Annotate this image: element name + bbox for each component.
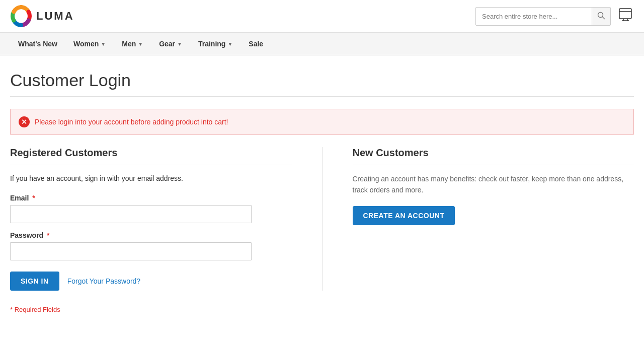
nav-item-women: Women ▼ <box>65 33 114 55</box>
registered-customers-section: Registered Customers If you have an acco… <box>10 147 323 291</box>
main-content: Customer Login ✕ Please login into your … <box>0 55 644 333</box>
email-label: Email * <box>10 194 292 202</box>
two-column-layout: Registered Customers If you have an acco… <box>10 147 634 291</box>
nav-item-sale: Sale <box>240 33 271 55</box>
search-button[interactable] <box>592 8 610 25</box>
chevron-down-icon: ▼ <box>177 41 182 47</box>
nav-item-training: Training ▼ <box>190 33 240 55</box>
main-nav: What's New Women ▼ Men ▼ Gear ▼ Training <box>0 33 644 55</box>
header-right <box>475 6 634 26</box>
page-title: Customer Login <box>10 71 634 97</box>
nav-list: What's New Women ▼ Men ▼ Gear ▼ Training <box>10 33 634 55</box>
search-input[interactable] <box>476 9 592 24</box>
email-field[interactable] <box>10 205 252 223</box>
new-customers-description: Creating an account has many benefits: c… <box>353 173 634 196</box>
nav-link-women[interactable]: Women ▼ <box>65 33 114 55</box>
chevron-down-icon: ▼ <box>101 41 106 47</box>
sign-in-actions: Sign In Forgot Your Password? <box>10 272 292 291</box>
nav-link-whats-new[interactable]: What's New <box>10 33 65 55</box>
luma-logo-icon <box>10 5 32 27</box>
nav-link-training[interactable]: Training ▼ <box>190 33 240 55</box>
sign-in-button[interactable]: Sign In <box>10 272 59 291</box>
chevron-down-icon: ▼ <box>138 41 143 47</box>
cart-button[interactable] <box>617 6 634 26</box>
chevron-down-icon: ▼ <box>227 41 232 47</box>
nav-item-gear: Gear ▼ <box>151 33 190 55</box>
forgot-password-link[interactable]: Forgot Your Password? <box>67 277 141 285</box>
error-icon: ✕ <box>19 116 30 127</box>
cart-icon <box>619 8 632 21</box>
nav-link-men[interactable]: Men ▼ <box>114 33 151 55</box>
create-account-button[interactable]: Create an Account <box>353 206 455 225</box>
logo-text: LUMA <box>36 10 74 23</box>
nav-item-whats-new: What's New <box>10 33 65 55</box>
required-fields-note: * Required Fields <box>10 306 634 313</box>
password-required-star: * <box>47 231 49 239</box>
registered-customers-title: Registered Customers <box>10 147 292 165</box>
error-message-banner: ✕ Please login into your account before … <box>10 109 634 135</box>
nav-link-sale[interactable]: Sale <box>240 33 271 55</box>
nav-link-gear[interactable]: Gear ▼ <box>151 33 190 55</box>
new-customers-section: New Customers Creating an account has ma… <box>323 147 634 291</box>
svg-rect-3 <box>619 9 631 19</box>
logo-area: LUMA <box>10 5 74 27</box>
svg-line-2 <box>603 17 605 19</box>
password-field[interactable] <box>10 242 252 260</box>
header: LUMA <box>0 0 644 33</box>
search-box <box>475 7 611 26</box>
email-required-star: * <box>32 194 35 202</box>
password-label: Password * <box>10 231 292 239</box>
nav-item-men: Men ▼ <box>114 33 151 55</box>
search-icon <box>597 12 605 20</box>
new-customers-title: New Customers <box>353 147 634 165</box>
error-text: Please login into your account before ad… <box>35 118 228 126</box>
registered-customers-subtitle: If you have an account, sign in with you… <box>10 173 292 184</box>
